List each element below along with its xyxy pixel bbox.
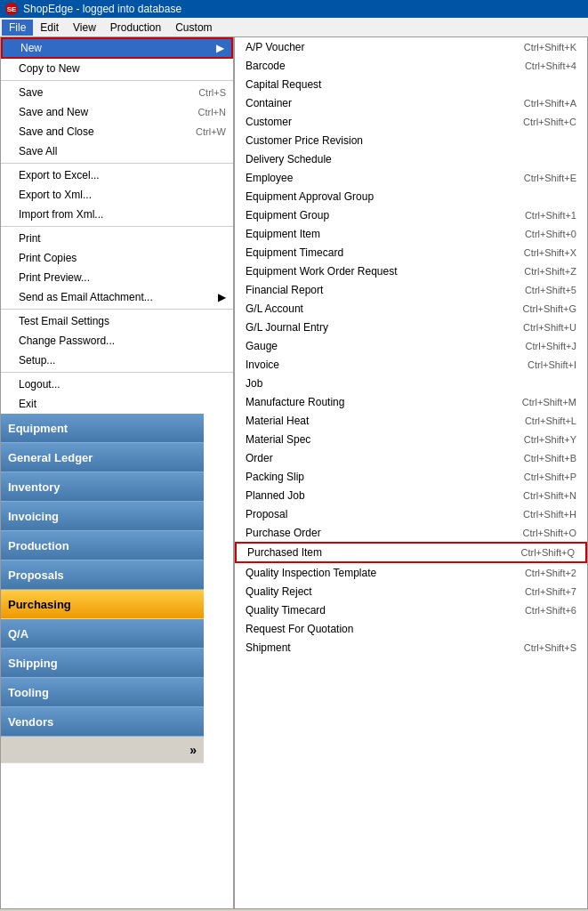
submenu-equipment-group[interactable]: Equipment Group Ctrl+Shift+1 (235, 206, 587, 224)
submenu-quality-inspection-template[interactable]: Quality Inspection Template Ctrl+Shift+2 (235, 563, 587, 582)
menu-setup[interactable]: Setup... (1, 351, 233, 370)
menu-test-email[interactable]: Test Email Settings (1, 311, 233, 331)
packing-slip-label: Packing Slip (246, 471, 304, 483)
submenu-purchased-item[interactable]: Purchased Item Ctrl+Shift+Q (235, 542, 587, 563)
submenu-delivery-schedule[interactable]: Delivery Schedule (235, 149, 587, 168)
menu-change-password[interactable]: Change Password... (1, 331, 233, 351)
menu-print-copies[interactable]: Print Copies (1, 248, 233, 268)
submenu-capital-request[interactable]: Capital Request (235, 75, 587, 93)
submenu-equipment-item[interactable]: Equipment Item Ctrl+Shift+0 (235, 224, 587, 243)
packing-slip-shortcut: Ctrl+Shift+P (524, 472, 576, 482)
sidebar-shipping-label: Shipping (8, 657, 58, 670)
sidebar-expand-icon: » (189, 743, 197, 757)
submenu-equipment-work-order[interactable]: Equipment Work Order Request Ctrl+Shift+… (235, 262, 587, 280)
menu-logout[interactable]: Logout... (1, 375, 233, 394)
save-and-new-shortcut: Ctrl+N (198, 107, 226, 117)
sidebar-item-vendors[interactable]: Vendors (1, 707, 204, 737)
menu-exit[interactable]: Exit (1, 394, 233, 414)
sidebar-item-equipment[interactable]: Equipment (1, 414, 204, 443)
equipment-group-label: Equipment Group (246, 209, 329, 222)
main-layout: New ▶ Copy to New Save Ctrl+S Save and N… (0, 37, 588, 909)
exit-label: Exit (19, 398, 36, 410)
submenu-invoice[interactable]: Invoice Ctrl+Shift+I (235, 355, 587, 374)
submenu-gl-journal-entry[interactable]: G/L Journal Entry Ctrl+Shift+U (235, 318, 587, 336)
menu-send-email[interactable]: Send as Email Attachment... ▶ (1, 287, 233, 307)
submenu-purchase-order[interactable]: Purchase Order Ctrl+Shift+O (235, 523, 587, 542)
capital-request-label: Capital Request (246, 78, 321, 91)
menu-print-preview[interactable]: Print Preview... (1, 268, 233, 287)
menu-print[interactable]: Print (1, 229, 233, 248)
order-shortcut: Ctrl+Shift+B (524, 453, 576, 464)
menu-import-xml[interactable]: Import from Xml... (1, 205, 233, 224)
submenu-customer[interactable]: Customer Ctrl+Shift+C (235, 112, 587, 131)
submenu-material-heat[interactable]: Material Heat Ctrl+Shift+L (235, 411, 587, 430)
purchase-order-label: Purchase Order (246, 527, 321, 539)
save-and-close-shortcut: Ctrl+W (196, 126, 226, 137)
sidebar-item-qa[interactable]: Q/A (1, 619, 204, 649)
save-all-label: Save All (19, 145, 57, 157)
order-label: Order (246, 452, 273, 464)
import-xml-label: Import from Xml... (19, 208, 103, 221)
proposal-label: Proposal (246, 508, 287, 520)
submenu-quality-timecard[interactable]: Quality Timecard Ctrl+Shift+6 (235, 601, 587, 619)
submenu-proposal[interactable]: Proposal Ctrl+Shift+H (235, 504, 587, 523)
left-dropdown-menu: New ▶ Copy to New Save Ctrl+S Save and N… (0, 37, 234, 909)
separator-2 (1, 163, 233, 164)
submenu-manufacture-routing[interactable]: Manufacture Routing Ctrl+Shift+M (235, 392, 587, 411)
barcode-label: Barcode (246, 60, 286, 72)
sidebar-item-purchasing[interactable]: Purchasing (1, 590, 204, 619)
menu-save-and-new[interactable]: Save and New Ctrl+N (1, 102, 233, 122)
submenu-request-for-quotation[interactable]: Request For Quotation (235, 619, 587, 638)
planned-job-label: Planned Job (246, 489, 305, 502)
menu-save-and-close[interactable]: Save and Close Ctrl+W (1, 122, 233, 141)
new-arrow-icon: ▶ (216, 42, 224, 54)
menu-edit[interactable]: Edit (33, 20, 66, 36)
submenu-equipment-approval-group[interactable]: Equipment Approval Group (235, 187, 587, 206)
menu-view[interactable]: View (66, 20, 103, 36)
submenu-job[interactable]: Job (235, 374, 587, 392)
sidebar-invoicing-label: Invoicing (8, 510, 59, 523)
submenu-material-spec[interactable]: Material Spec Ctrl+Shift+Y (235, 430, 587, 448)
sidebar-item-invoicing[interactable]: Invoicing (1, 502, 204, 531)
submenu-quality-reject[interactable]: Quality Reject Ctrl+Shift+7 (235, 582, 587, 601)
sidebar-expand-area[interactable]: » (1, 737, 204, 763)
menu-copy-to-new[interactable]: Copy to New (1, 59, 233, 78)
submenu-packing-slip[interactable]: Packing Slip Ctrl+Shift+P (235, 467, 587, 486)
submenu-container[interactable]: Container Ctrl+Shift+A (235, 93, 587, 112)
send-email-label: Send as Email Attachment... (19, 291, 153, 303)
customer-price-revision-label: Customer Price Revision (246, 134, 363, 147)
submenu-financial-report[interactable]: Financial Report Ctrl+Shift+5 (235, 280, 587, 299)
submenu-equipment-timecard[interactable]: Equipment Timecard Ctrl+Shift+X (235, 243, 587, 262)
menu-save[interactable]: Save Ctrl+S (1, 83, 233, 102)
menu-file[interactable]: File (2, 20, 33, 36)
submenu-gl-account[interactable]: G/L Account Ctrl+Shift+G (235, 299, 587, 318)
menu-custom[interactable]: Custom (168, 20, 219, 36)
submenu-planned-job[interactable]: Planned Job Ctrl+Shift+N (235, 486, 587, 504)
sidebar-item-tooling[interactable]: Tooling (1, 678, 204, 707)
submenu-gauge[interactable]: Gauge Ctrl+Shift+J (235, 336, 587, 355)
sidebar-item-proposals[interactable]: Proposals (1, 560, 204, 590)
sidebar-item-inventory[interactable]: Inventory (1, 472, 204, 502)
equipment-work-order-shortcut: Ctrl+Shift+Z (524, 266, 576, 277)
menu-export-xml[interactable]: Export to Xml... (1, 185, 233, 205)
app-icon: SE (5, 3, 18, 15)
submenu-barcode[interactable]: Barcode Ctrl+Shift+4 (235, 56, 587, 75)
submenu-shipment[interactable]: Shipment Ctrl+Shift+S (235, 638, 587, 657)
submenu-order[interactable]: Order Ctrl+Shift+B (235, 448, 587, 467)
menu-new[interactable]: New ▶ (1, 37, 233, 59)
menu-save-all[interactable]: Save All (1, 141, 233, 161)
quality-reject-shortcut: Ctrl+Shift+7 (525, 586, 576, 597)
menu-production[interactable]: Production (103, 20, 168, 36)
submenu-employee[interactable]: Employee Ctrl+Shift+E (235, 168, 587, 187)
sidebar-item-general-ledger[interactable]: General Ledger (1, 443, 204, 472)
separator-3 (1, 226, 233, 227)
menu-export-excel[interactable]: Export to Excel... (1, 165, 233, 185)
sidebar-item-shipping[interactable]: Shipping (1, 649, 204, 678)
job-label: Job (246, 377, 262, 390)
equipment-timecard-label: Equipment Timecard (246, 246, 343, 259)
sidebar-item-production[interactable]: Production (1, 531, 204, 560)
submenu-ap-voucher[interactable]: A/P Voucher Ctrl+Shift+K (235, 37, 587, 56)
title-bar: SE ShopEdge - logged into database (0, 0, 588, 18)
submenu-customer-price-revision[interactable]: Customer Price Revision (235, 131, 587, 149)
sidebar-tooling-label: Tooling (8, 686, 49, 699)
